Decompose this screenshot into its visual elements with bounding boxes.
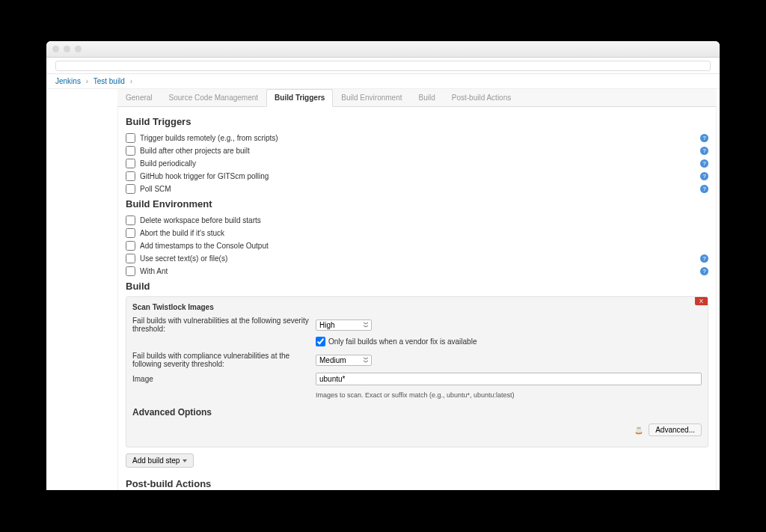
- help-icon[interactable]: ?: [700, 147, 708, 155]
- section-heading-postbuild: Post-build Actions: [126, 478, 708, 489]
- trigger-periodic-row: Build periodically ?: [126, 157, 708, 170]
- config-tabs: General Source Code Management Build Tri…: [117, 89, 717, 107]
- checkbox-vendor-fix[interactable]: [316, 337, 325, 346]
- env-delete-row: Delete workspace before build starts: [126, 214, 708, 227]
- label-env-delete: Delete workspace before build starts: [140, 216, 261, 224]
- compliance-threshold-label: Fail builds with compliance vulnerabilit…: [132, 352, 316, 368]
- vuln-threshold-select[interactable]: High: [316, 319, 372, 331]
- jenkins-icon: [634, 425, 644, 435]
- traffic-light-min[interactable]: [64, 46, 70, 52]
- advanced-row: Advanced...: [132, 421, 702, 439]
- section-heading-triggers: Build Triggers: [126, 116, 708, 127]
- compliance-threshold-select[interactable]: Medium: [316, 355, 372, 366]
- vendor-fix-row: Only fail builds when a vendor fix is av…: [316, 335, 702, 349]
- image-hint-row: Images to scan. Exact or suffix match (e…: [132, 388, 702, 403]
- checkbox-env-timestamps[interactable]: [126, 241, 135, 251]
- label-trigger-remote: Trigger builds remotely (e.g., from scri…: [140, 134, 278, 142]
- caret-down-icon: [183, 459, 187, 462]
- url-field[interactable]: [55, 61, 711, 71]
- tab-build[interactable]: Build: [411, 89, 444, 106]
- label-env-timestamps: Add timestamps to the Console Output: [140, 242, 269, 250]
- env-ant-row: With Ant ?: [126, 265, 708, 278]
- help-icon[interactable]: ?: [700, 185, 708, 193]
- trigger-remote-row: Trigger builds remotely (e.g., from scri…: [126, 132, 708, 144]
- chevron-icon: ›: [86, 77, 88, 85]
- add-build-step-button[interactable]: Add build step: [126, 453, 194, 468]
- trigger-github-row: GitHub hook trigger for GITScm polling ?: [126, 170, 708, 183]
- section-heading-environment: Build Environment: [126, 198, 708, 210]
- browser-addressbar: [46, 58, 720, 74]
- image-label: Image: [132, 375, 316, 383]
- checkbox-trigger-remote[interactable]: [126, 133, 135, 143]
- chevron-icon: ›: [130, 77, 132, 85]
- svg-rect-2: [637, 426, 641, 429]
- advanced-heading: Advanced Options: [132, 407, 702, 418]
- checkbox-env-delete[interactable]: [126, 215, 135, 225]
- compliance-threshold-row: Fail builds with compliance vulnerabilit…: [132, 349, 702, 370]
- advanced-button[interactable]: Advanced...: [649, 424, 702, 436]
- env-abort-row: Abort the build if it's stuck: [126, 227, 708, 239]
- tab-scm[interactable]: Source Code Management: [161, 89, 267, 106]
- checkbox-env-ant[interactable]: [126, 266, 135, 276]
- label-trigger-periodic: Build periodically: [140, 159, 196, 168]
- vuln-threshold-label: Fail builds with vulnerabilities at the …: [132, 317, 316, 333]
- trigger-after-row: Build after other projects are built ?: [126, 144, 708, 157]
- trigger-pollscm-row: Poll SCM ?: [126, 183, 708, 195]
- window-titlebar: [46, 41, 720, 58]
- label-trigger-pollscm: Poll SCM: [140, 185, 171, 193]
- build-step-twistlock: X Scan Twistlock Images Fail builds with…: [126, 296, 708, 447]
- image-input[interactable]: [316, 373, 702, 385]
- content-area: General Source Code Management Build Tri…: [46, 89, 720, 490]
- section-heading-build: Build: [126, 281, 708, 292]
- env-secret-row: Use secret text(s) or file(s) ?: [126, 252, 708, 265]
- vuln-threshold-row: Fail builds with vulnerabilities at the …: [132, 314, 702, 335]
- breadcrumb-root[interactable]: Jenkins: [55, 77, 81, 85]
- traffic-light-close[interactable]: [52, 46, 59, 52]
- left-gutter: [46, 89, 117, 490]
- label-env-secret: Use secret text(s) or file(s): [140, 254, 227, 263]
- checkbox-trigger-periodic[interactable]: [126, 159, 135, 168]
- env-timestamps-row: Add timestamps to the Console Output: [126, 239, 708, 252]
- main-panel: General Source Code Management Build Tri…: [117, 89, 720, 490]
- checkbox-trigger-after[interactable]: [126, 146, 135, 156]
- help-icon[interactable]: ?: [700, 267, 708, 275]
- tab-post-build[interactable]: Post-build Actions: [444, 89, 520, 106]
- build-step-title: Scan Twistlock Images: [132, 302, 702, 314]
- breadcrumb: Jenkins › Test build ›: [46, 74, 720, 89]
- checkbox-trigger-pollscm[interactable]: [126, 184, 135, 194]
- checkbox-env-abort[interactable]: [126, 228, 135, 238]
- traffic-light-max[interactable]: [75, 46, 82, 52]
- help-icon[interactable]: ?: [700, 172, 708, 180]
- label-env-ant: With Ant: [140, 267, 168, 275]
- config-panel: Build Triggers Trigger builds remotely (…: [117, 107, 717, 490]
- add-build-step-label: Add build step: [132, 456, 180, 465]
- breadcrumb-project[interactable]: Test build: [94, 77, 125, 85]
- image-hint: Images to scan. Exact or suffix match (e…: [316, 390, 514, 400]
- svg-rect-1: [637, 428, 642, 432]
- image-row: Image: [132, 370, 702, 388]
- label-trigger-after: Build after other projects are built: [140, 147, 250, 155]
- label-trigger-github: GitHub hook trigger for GITScm polling: [140, 172, 269, 180]
- help-icon[interactable]: ?: [700, 254, 708, 263]
- checkbox-trigger-github[interactable]: [126, 171, 135, 181]
- tab-general[interactable]: General: [117, 89, 161, 106]
- label-env-abort: Abort the build if it's stuck: [140, 229, 224, 237]
- help-icon[interactable]: ?: [700, 134, 708, 142]
- browser-window: Jenkins › Test build › General Source Co…: [46, 41, 720, 490]
- checkbox-env-secret[interactable]: [126, 254, 135, 263]
- tab-build-triggers[interactable]: Build Triggers: [266, 89, 333, 107]
- vendor-fix-label: Only fail builds when a vendor fix is av…: [328, 337, 477, 346]
- close-icon[interactable]: X: [695, 297, 708, 305]
- tab-build-environment[interactable]: Build Environment: [333, 89, 410, 106]
- help-icon[interactable]: ?: [700, 159, 708, 168]
